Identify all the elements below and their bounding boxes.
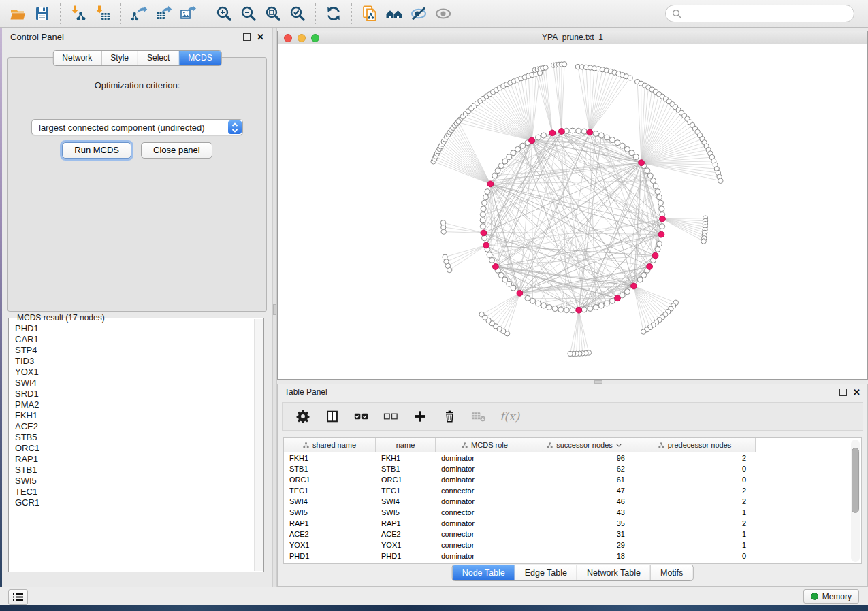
mcds-result-item[interactable]: STP4 [15,345,263,356]
mcds-hub-node[interactable] [483,242,489,248]
ring-node[interactable] [480,224,485,229]
mcds-result-list[interactable]: PHD1CAR1STP4TID3YOX1SWI4SRD1PMA2FKH1ACE2… [10,319,263,571]
ring-node[interactable] [588,306,593,312]
table-row[interactable]: FKH1FKH1dominator962 [284,452,861,463]
status-menu-button[interactable] [8,589,28,605]
leaf-node[interactable] [641,329,646,334]
mcds-hub-node[interactable] [517,290,523,296]
tab-network[interactable]: Network [53,51,101,65]
network-window-titlebar[interactable]: YPA_prune.txt_1 [278,31,867,45]
ring-node[interactable] [659,206,664,212]
mcds-hub-node[interactable] [587,129,593,135]
mcds-hub-node[interactable] [631,283,637,289]
column-header-shared-name[interactable]: shared name [284,438,376,452]
export-network-icon[interactable] [127,2,151,25]
leaf-node[interactable] [456,119,461,124]
ring-node[interactable] [593,305,598,310]
hide-selected-icon[interactable] [406,2,431,25]
mcds-result-item[interactable]: ORC1 [15,443,263,454]
ring-node[interactable] [570,308,575,313]
delete-columns-icon[interactable] [441,408,457,425]
refresh-view-icon[interactable] [321,2,346,25]
mcds-result-item[interactable]: SWI5 [15,476,263,486]
mcds-hub-node[interactable] [481,230,487,236]
ring-node[interactable] [581,129,587,134]
table-scrollbar-thumb[interactable] [852,448,859,513]
ring-node[interactable] [564,308,569,313]
splitter-grip[interactable] [273,304,276,315]
ring-node[interactable] [536,301,541,306]
ring-node[interactable] [492,173,498,178]
ring-node[interactable] [624,146,630,152]
export-table-icon[interactable] [151,2,176,25]
table-row[interactable]: RAP1RAP1dominator352 [284,518,861,529]
mcds-result-item[interactable]: ACE2 [15,421,263,432]
mcds-hub-node[interactable] [529,137,535,144]
leaf-node[interactable] [543,65,548,70]
ring-node[interactable] [658,200,664,205]
mcds-hub-node[interactable] [487,181,494,187]
mcds-result-item[interactable]: STB5 [15,432,263,443]
table-settings-gear-icon[interactable] [295,408,311,425]
leaf-node[interactable] [718,178,723,183]
ring-node[interactable] [558,307,564,312]
ring-node[interactable] [615,140,620,146]
ring-node[interactable] [598,133,604,138]
mcds-hub-node[interactable] [652,252,658,259]
leaf-node[interactable] [440,220,445,225]
mcds-result-item[interactable]: CAR1 [15,334,263,345]
close-window-icon[interactable] [284,34,292,42]
column-header-successor-nodes[interactable]: successor nodes [534,438,634,452]
tab-select[interactable]: Select [138,51,178,65]
mcds-result-item[interactable]: FKH1 [15,410,263,421]
ring-node[interactable] [637,277,643,282]
ring-node[interactable] [481,206,486,212]
deselect-all-columns-icon[interactable] [383,408,399,425]
mcds-hub-node[interactable] [559,129,565,135]
table-scrollbar[interactable] [851,440,860,562]
select-all-columns-icon[interactable] [353,408,370,425]
ring-node[interactable] [530,298,536,303]
ring-node[interactable] [547,305,552,310]
search-box[interactable] [665,5,854,22]
mcds-hub-node[interactable] [639,160,645,166]
zoom-out-icon[interactable] [236,2,261,25]
minimize-window-icon[interactable] [298,34,306,42]
mcds-result-item[interactable]: SRD1 [15,389,263,399]
ring-node[interactable] [482,200,487,205]
ring-node[interactable] [609,298,615,303]
ring-node[interactable] [502,159,508,164]
ring-node[interactable] [520,143,526,148]
mcds-hub-node[interactable] [660,216,666,222]
tab-motifs[interactable]: Motifs [650,565,692,580]
mcds-hub-node[interactable] [615,295,621,301]
ring-node[interactable] [507,281,512,286]
ring-node[interactable] [593,131,598,137]
leaf-node[interactable] [628,76,632,80]
mcds-hub-node[interactable] [549,130,556,136]
import-network-icon[interactable] [66,2,91,25]
ring-node[interactable] [515,146,521,152]
ring-node[interactable] [650,178,656,184]
leaf-node[interactable] [443,254,447,259]
ring-node[interactable] [483,195,489,200]
mcds-hub-node[interactable] [647,264,653,270]
ring-node[interactable] [480,212,485,217]
ring-node[interactable] [647,173,653,178]
close-panel-button[interactable]: Close panel [141,142,212,159]
leaf-node[interactable] [562,62,566,67]
close-panel-icon[interactable]: ✕ [257,34,264,40]
ring-node[interactable] [480,218,485,223]
leaf-node[interactable] [568,351,573,356]
tab-style[interactable]: Style [101,51,138,65]
add-column-icon[interactable] [412,408,428,425]
ring-node[interactable] [653,184,658,189]
zoom-fit-content-icon[interactable] [261,2,285,25]
export-image-icon[interactable] [176,2,200,25]
mcds-result-item[interactable]: RAP1 [15,454,263,465]
table-row[interactable]: SWI5SWI5connector431 [284,507,861,518]
ring-node[interactable] [511,285,516,291]
table-row[interactable]: SWI4SWI4dominator462 [284,496,861,507]
table-row[interactable]: YOX1YOX1connector291 [284,540,861,550]
copy-style-icon[interactable] [357,2,382,25]
